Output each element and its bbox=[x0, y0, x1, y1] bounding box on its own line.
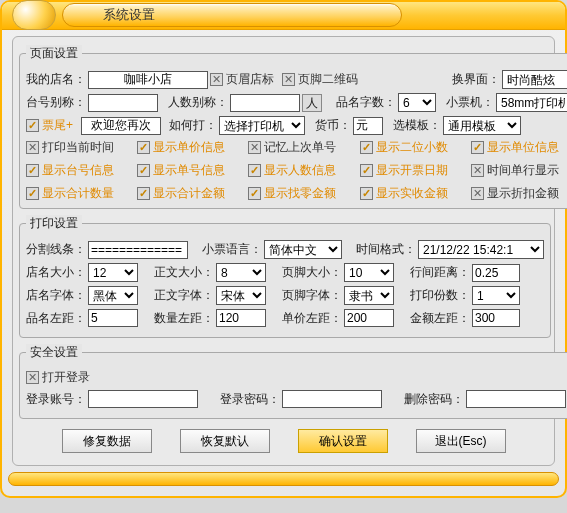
page-check-2[interactable]: 记忆上次单号 bbox=[248, 139, 353, 156]
shop-name-label: 我的店名： bbox=[26, 71, 86, 88]
page-check-9[interactable]: 时间单行显示 bbox=[471, 162, 567, 179]
skin-select[interactable]: 时尚酷炫 bbox=[502, 70, 567, 89]
nameleft-input[interactable] bbox=[88, 309, 138, 327]
qtyleft-label: 数量左距： bbox=[154, 310, 214, 327]
priceleft-label: 单价左距： bbox=[282, 310, 342, 327]
page-check-1[interactable]: 显示单价信息 bbox=[137, 139, 242, 156]
linespace-label: 行间距离： bbox=[410, 264, 470, 281]
bodysize-select[interactable]: 8 bbox=[216, 263, 266, 282]
copies-select[interactable]: 1 bbox=[472, 286, 520, 305]
footfont-label: 页脚字体： bbox=[282, 287, 342, 304]
qtyleft-input[interactable] bbox=[216, 309, 266, 327]
print-settings-group: 打印设置 分割线条： 小票语言： 简体中文 时间格式： 21/12/22 15:… bbox=[19, 215, 551, 338]
delete-pwd-label: 删除密码： bbox=[404, 391, 464, 408]
page-check-13[interactable]: 显示实收金额 bbox=[360, 185, 465, 202]
howprint-label: 如何打： bbox=[169, 117, 217, 134]
footer-qr-check[interactable]: 页脚二维码 bbox=[282, 71, 358, 88]
footfont-select[interactable]: 隶书 bbox=[344, 286, 394, 305]
login-pwd-input[interactable] bbox=[282, 390, 382, 408]
currency-input[interactable] bbox=[353, 117, 383, 135]
exit-button[interactable]: 退出(Esc) bbox=[416, 429, 506, 453]
page-check-12[interactable]: 显示找零金额 bbox=[248, 185, 353, 202]
bodyfont-label: 正文字体： bbox=[154, 287, 214, 304]
window-footer-bar bbox=[8, 472, 559, 486]
people-alias-input[interactable] bbox=[230, 94, 300, 112]
reset-button[interactable]: 恢复默认 bbox=[180, 429, 270, 453]
sep-label: 分割线条： bbox=[26, 241, 86, 258]
page-check-5[interactable]: 显示台号信息 bbox=[26, 162, 131, 179]
linespace-input[interactable] bbox=[472, 264, 520, 282]
page-check-6[interactable]: 显示单号信息 bbox=[137, 162, 242, 179]
page-settings-legend: 页面设置 bbox=[26, 45, 82, 62]
ticket-printer-label: 小票机： bbox=[446, 94, 494, 111]
system-settings-window: 系统设置 页面设置 我的店名： 页眉店标 页脚二维码 换界面： 时尚酷炫 台号别… bbox=[0, 0, 567, 498]
shop-name-input[interactable] bbox=[88, 71, 208, 89]
time-label: 时间格式： bbox=[356, 241, 416, 258]
ok-button[interactable]: 确认设置 bbox=[298, 429, 388, 453]
people-alias-label: 人数别称： bbox=[168, 94, 228, 111]
client-area: 页面设置 我的店名： 页眉店标 页脚二维码 换界面： 时尚酷炫 台号别称： 人数… bbox=[12, 36, 555, 466]
shopsize-select[interactable]: 12 bbox=[88, 263, 138, 282]
page-check-3[interactable]: 显示二位小数 bbox=[360, 139, 465, 156]
security-settings-group: 安全设置 打开登录 登录账号： 登录密码： 删除密码： bbox=[19, 344, 567, 419]
amtleft-label: 金额左距： bbox=[410, 310, 470, 327]
priceleft-input[interactable] bbox=[344, 309, 394, 327]
bodysize-label: 正文大小： bbox=[154, 264, 214, 281]
people-unit: 人 bbox=[302, 94, 322, 112]
nameleft-label: 品名左距： bbox=[26, 310, 86, 327]
delete-pwd-input[interactable] bbox=[466, 390, 566, 408]
footer-plus-check[interactable]: 票尾+ bbox=[26, 117, 73, 134]
template-label: 选模板： bbox=[393, 117, 441, 134]
footsize-select[interactable]: 10 bbox=[344, 263, 394, 282]
sep-input[interactable] bbox=[88, 241, 188, 259]
shopfont-label: 店名字体： bbox=[26, 287, 86, 304]
button-row: 修复数据 恢复默认 确认设置 退出(Esc) bbox=[19, 429, 548, 453]
page-check-10[interactable]: 显示合计数量 bbox=[26, 185, 131, 202]
table-alias-input[interactable] bbox=[88, 94, 158, 112]
login-user-input[interactable] bbox=[88, 390, 198, 408]
currency-label: 货币： bbox=[315, 117, 351, 134]
name-digits-select[interactable]: 6 bbox=[398, 93, 436, 112]
open-login-check[interactable]: 打开登录 bbox=[26, 369, 90, 386]
login-pwd-label: 登录密码： bbox=[220, 391, 280, 408]
page-check-14[interactable]: 显示折扣金额 bbox=[471, 185, 567, 202]
lang-label: 小票语言： bbox=[202, 241, 262, 258]
page-checks-grid: 打印当前时间显示单价信息记忆上次单号显示二位小数显示单位信息显示台号信息显示单号… bbox=[26, 139, 567, 202]
bodyfont-select[interactable]: 宋体 bbox=[216, 286, 266, 305]
lang-select[interactable]: 简体中文 bbox=[264, 240, 342, 259]
footsize-label: 页脚大小： bbox=[282, 264, 342, 281]
shopfont-select[interactable]: 黑体 bbox=[88, 286, 138, 305]
login-user-label: 登录账号： bbox=[26, 391, 86, 408]
name-digits-label: 品名字数： bbox=[336, 94, 396, 111]
header-icon-check[interactable]: 页眉店标 bbox=[210, 71, 274, 88]
copies-label: 打印份数： bbox=[410, 287, 470, 304]
ticket-printer-select[interactable]: 58mm打印机 bbox=[496, 93, 567, 112]
page-settings-group: 页面设置 我的店名： 页眉店标 页脚二维码 换界面： 时尚酷炫 台号别称： 人数… bbox=[19, 45, 567, 209]
time-select[interactable]: 21/12/22 15:42:1 bbox=[418, 240, 544, 259]
footer-text-input[interactable] bbox=[81, 117, 161, 135]
title-bar: 系统设置 bbox=[2, 2, 565, 30]
print-settings-legend: 打印设置 bbox=[26, 215, 82, 232]
amtleft-input[interactable] bbox=[472, 309, 520, 327]
repair-button[interactable]: 修复数据 bbox=[62, 429, 152, 453]
page-check-7[interactable]: 显示人数信息 bbox=[248, 162, 353, 179]
skin-label: 换界面： bbox=[452, 71, 500, 88]
window-title: 系统设置 bbox=[62, 3, 402, 27]
shopsize-label: 店名大小： bbox=[26, 264, 86, 281]
page-check-11[interactable]: 显示合计金额 bbox=[137, 185, 242, 202]
title-ornament-icon bbox=[12, 0, 56, 30]
page-check-4[interactable]: 显示单位信息 bbox=[471, 139, 567, 156]
security-settings-legend: 安全设置 bbox=[26, 344, 82, 361]
table-alias-label: 台号别称： bbox=[26, 94, 86, 111]
template-select[interactable]: 通用模板 bbox=[443, 116, 521, 135]
page-check-0[interactable]: 打印当前时间 bbox=[26, 139, 131, 156]
page-check-8[interactable]: 显示开票日期 bbox=[360, 162, 465, 179]
howprint-select[interactable]: 选择打印机 bbox=[219, 116, 305, 135]
